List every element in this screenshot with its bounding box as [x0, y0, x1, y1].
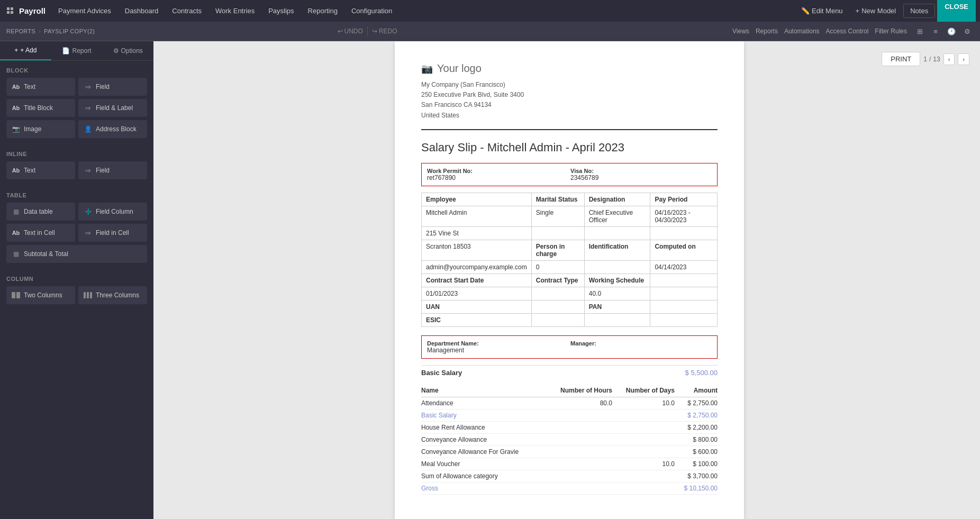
- block-field[interactable]: ⇒ Field: [78, 78, 147, 96]
- cell: 40.0: [584, 287, 650, 300]
- column-three[interactable]: Three Columns: [78, 286, 147, 304]
- toolbar-reports[interactable]: Reports: [756, 28, 778, 35]
- block-address[interactable]: 👤 Address Block: [78, 120, 147, 138]
- breadcrumb-sep: ›: [39, 28, 41, 35]
- cell: 0: [531, 260, 584, 274]
- nav-configuration[interactable]: Configuration: [345, 4, 398, 18]
- svg-rect-3: [11, 11, 13, 14]
- toolbar-filter-rules[interactable]: Filter Rules: [875, 28, 907, 35]
- inline-section-title: Inline: [6, 151, 147, 157]
- cell: [584, 226, 650, 240]
- list-view-icon[interactable]: ≡: [929, 25, 942, 38]
- cell: admin@yourcompany.example.com: [422, 260, 532, 274]
- table-field-in-cell[interactable]: ⇒ Field in Cell: [78, 224, 147, 242]
- sidebar-tabs: + + Add 📄 Report ⚙ Options: [0, 41, 153, 61]
- nav-reporting[interactable]: Reporting: [302, 4, 344, 18]
- table-row: UAN PAN: [422, 300, 718, 313]
- cell: Identification: [584, 240, 650, 260]
- row-name: Conveyance Allowance For Gravie: [421, 445, 546, 458]
- inline-field[interactable]: ⇒ Field: [78, 161, 147, 179]
- col-days: Number of Days: [612, 384, 675, 397]
- inline-field-icon: ⇒: [83, 166, 93, 175]
- notes-btn[interactable]: Notes: [903, 4, 935, 18]
- kanban-view-icon[interactable]: ⊞: [913, 25, 926, 38]
- table-row: 215 Vine St: [422, 226, 718, 240]
- column-section-title: Column: [6, 276, 147, 282]
- permit-block: Work Permit No: ret767890 Visa No: 23456…: [421, 163, 718, 186]
- logo-text: Your logo: [437, 62, 482, 75]
- row-name: Basic Salary: [421, 409, 546, 421]
- block-section: Block Ab Text ⇒ Field Ab Title Block ⇒ F…: [0, 61, 153, 144]
- employee-table: Employee Marital Status Designation Pay …: [421, 193, 718, 327]
- redo-btn[interactable]: ↪ REDO: [372, 28, 397, 35]
- block-text[interactable]: Ab Text: [6, 78, 75, 96]
- row-name: Sum of Allowance category: [421, 470, 546, 482]
- print-controls: PRINT 1 / 13 ‹ ›: [882, 52, 969, 66]
- basic-salary-row: Basic Salary $ 5,500.00: [421, 365, 718, 380]
- dept-value: Management: [427, 347, 568, 354]
- row-days: 10.0: [612, 397, 675, 409]
- company-address1: 250 Executive Park Blvd, Suite 3400: [421, 90, 718, 100]
- grid-icon[interactable]: [4, 5, 17, 17]
- main-layout: + + Add 📄 Report ⚙ Options Block Ab Text…: [0, 41, 980, 519]
- undo-btn[interactable]: ↩ UNDO: [338, 28, 363, 35]
- print-btn[interactable]: PRINT: [882, 52, 920, 66]
- tab-add[interactable]: + + Add: [0, 41, 51, 60]
- inline-text[interactable]: Ab Text: [6, 161, 75, 179]
- cell: [650, 274, 718, 287]
- breadcrumb-current-doc[interactable]: PAYSLIP COPY(2): [44, 28, 95, 34]
- table-data-table[interactable]: ▦ Data table: [6, 203, 75, 221]
- row-days: [612, 409, 675, 421]
- page-sep: /: [929, 56, 931, 63]
- table-field-column[interactable]: ✛ Field Column: [78, 203, 147, 221]
- block-title-block[interactable]: Ab Title Block: [6, 99, 75, 117]
- toolbar-access-control[interactable]: Access Control: [826, 28, 869, 35]
- table-text-in-cell[interactable]: Ab Text in Cell: [6, 224, 75, 242]
- row-name: Attendance: [421, 397, 546, 409]
- cell: Person in charge: [531, 240, 584, 260]
- new-model-btn[interactable]: + New Model: [850, 4, 902, 17]
- page-next-btn[interactable]: ›: [958, 53, 969, 65]
- svg-rect-4: [12, 292, 15, 298]
- cell: [650, 226, 718, 240]
- row-days: [612, 482, 675, 494]
- nav-dashboard[interactable]: Dashboard: [119, 4, 165, 18]
- clock-icon[interactable]: 🕐: [945, 25, 958, 38]
- toolbar-view-icons: ⊞ ≡ 🕐 ⚙: [913, 25, 974, 38]
- page-prev-btn[interactable]: ‹: [943, 53, 955, 65]
- page-total: 13: [933, 56, 940, 63]
- table-row: Mitchell Admin Single Chief Executive Of…: [422, 206, 718, 226]
- nav-contracts[interactable]: Contracts: [166, 4, 208, 18]
- cell: Scranton 18503: [422, 240, 532, 260]
- table-row: Conveyance Allowance For Gravie $ 600.00: [421, 445, 718, 458]
- cell: [584, 260, 650, 274]
- row-amount: $ 2,200.00: [675, 421, 718, 433]
- table-row: House Rent Allowance $ 2,200.00: [421, 421, 718, 433]
- block-field-label[interactable]: ⇒ Field & Label: [78, 99, 147, 117]
- table-subtotal[interactable]: ▦ Subtotal & Total: [6, 245, 147, 263]
- inline-section: Inline Ab Text ⇒ Field: [0, 144, 153, 186]
- tab-options[interactable]: ⚙ Options: [102, 41, 153, 60]
- settings-icon[interactable]: ⚙: [961, 25, 974, 38]
- close-btn[interactable]: CLOSE: [937, 0, 976, 22]
- nav-work-entries[interactable]: Work Entries: [209, 4, 261, 18]
- nav-payslips[interactable]: Payslips: [262, 4, 300, 18]
- table-row: Attendance 80.0 10.0 $ 2,750.00: [421, 397, 718, 409]
- row-name: Conveyance Allowance: [421, 433, 546, 445]
- toolbar-views[interactable]: Views: [732, 28, 749, 35]
- edit-menu-btn[interactable]: ✏️ Edit Menu: [796, 4, 848, 17]
- cell: Single: [531, 206, 584, 226]
- top-nav: Payroll Payment Advices Dashboard Contra…: [0, 0, 980, 22]
- page-current: 1: [923, 56, 927, 63]
- cell: Chief Executive Officer: [584, 206, 650, 226]
- tab-report[interactable]: 📄 Report: [51, 41, 103, 60]
- row-hours: [546, 458, 612, 470]
- block-image[interactable]: 📷 Image: [6, 120, 75, 138]
- row-amount: $ 10,150.00: [675, 482, 718, 494]
- col-name: Name: [421, 384, 546, 397]
- breadcrumb-reports[interactable]: REPORTS: [6, 28, 35, 34]
- column-two[interactable]: Two Columns: [6, 286, 75, 304]
- toolbar-automations[interactable]: Automations: [784, 28, 820, 35]
- nav-payment-advices[interactable]: Payment Advices: [52, 4, 117, 18]
- cell: Working Schedule: [584, 274, 650, 287]
